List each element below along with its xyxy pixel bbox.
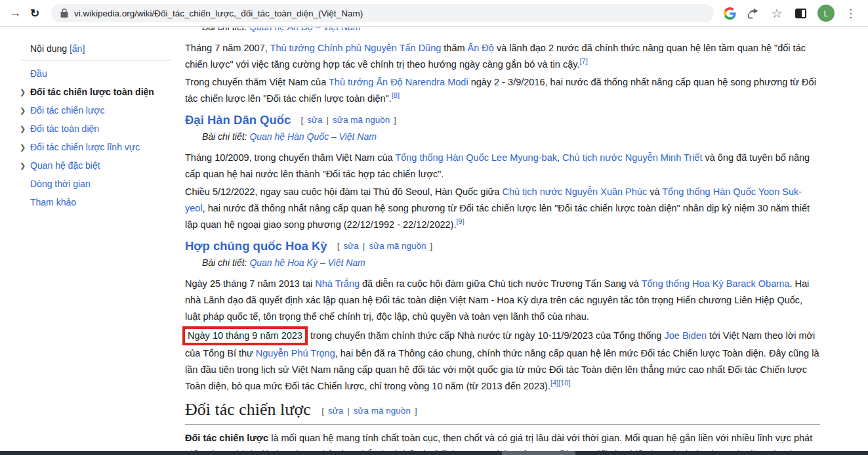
edit-section: [sửa|sửa mã nguồn] <box>321 401 417 421</box>
bold-text: Đối tác chiến lược <box>185 433 268 443</box>
menu-kebab-icon[interactable]: ⋮ <box>845 7 856 20</box>
toc-hide-link[interactable]: [ẩn] <box>70 43 85 54</box>
inline-link[interactable]: Tổng thống Hoa Kỳ Barack Obama <box>642 278 790 289</box>
inline-link[interactable]: Ấn Độ <box>468 43 494 53</box>
pipe: | <box>347 401 350 421</box>
italic-text: Bài chi tiết: <box>202 131 249 142</box>
sidebar-item-label: Đối tác toàn diện <box>30 123 99 134</box>
text-run: , <box>557 152 562 163</box>
inline-link[interactable]: Thủ tướng Chính phủ Nguyễn Tấn Dũng <box>270 43 442 53</box>
text-run: thăm <box>441 43 467 53</box>
sidebar-item[interactable]: ❯Quan hệ đặc biệt <box>20 156 185 175</box>
bracket: [ <box>321 401 324 421</box>
toc-title: Nội dung <box>30 43 67 54</box>
side-panel-icon[interactable] <box>794 7 807 20</box>
reference-link[interactable]: [7] <box>579 57 587 65</box>
inline-link[interactable]: Joe Biden <box>664 330 707 341</box>
text-run: trong chuyến thăm chính thức cấp Nhà nướ… <box>308 330 665 341</box>
reload-icon[interactable]: ↻ <box>25 7 45 20</box>
sidebar-item[interactable]: Tham khảo <box>20 193 185 211</box>
pipe: | <box>363 238 365 254</box>
chevron-right-icon[interactable]: ❯ <box>20 162 30 170</box>
inline-link[interactable]: Thủ tướng Ấn Độ Narendra Modi <box>329 77 468 87</box>
page-content: Nội dung [ẩn] Đầu❯Đối tác chiến lược toà… <box>0 28 868 455</box>
section-heading-korea: Đại Hàn Dân Quốc [sửa|sửa mã nguồn] <box>185 112 820 128</box>
sidebar-item[interactable]: ❯Đối tác toàn diện <box>20 119 185 138</box>
reference-link[interactable]: [8] <box>392 91 400 99</box>
bracket: ] <box>430 238 432 254</box>
text-run: Chiều 5/12/2022, ngay sau cuộc hội đàm t… <box>185 186 502 197</box>
section-heading-link[interactable]: Đại Hàn Dân Quốc <box>185 113 291 127</box>
forward-icon[interactable]: → <box>5 6 25 20</box>
sidebar-item-label: Dòng thời gian <box>30 179 91 189</box>
reference-link[interactable]: [10] <box>558 379 570 387</box>
inline-link-italic[interactable]: Quan hệ Hoa Kỳ – Việt Nam <box>249 257 365 268</box>
toolbar-actions: ☆ L ⋮ <box>723 5 854 22</box>
hatnote: Bài chi tiết: Quan hệ Hàn Quốc – Việt Na… <box>202 131 820 142</box>
profile-avatar[interactable]: L <box>817 5 835 22</box>
sidebar-item[interactable]: ❯Đối tác chiến lược toàn diện <box>20 83 185 101</box>
pipe: | <box>327 112 329 128</box>
edit-source-link[interactable]: sửa mã nguồn <box>333 112 390 128</box>
article-body: Bài chi tiết: Quan hệ Ấn Độ – Việt Nam T… <box>185 28 820 455</box>
reference-link[interactable]: [4] <box>550 379 558 387</box>
edit-link[interactable]: sửa <box>328 401 343 421</box>
paragraph: Trong chuyến thăm Việt Nam của Thủ tướng… <box>185 74 820 107</box>
section-heading-text: Đối tác chiến lược <box>185 400 311 419</box>
bracket: ] <box>394 112 396 128</box>
chevron-right-icon[interactable]: ❯ <box>20 106 30 115</box>
sidebar-item-label: Đối tác chiến lược lĩnh vực <box>30 142 140 152</box>
text-run: , hai nước đã thống nhất nâng cấp quan h… <box>185 203 810 230</box>
taskbar-segment <box>502 451 575 455</box>
google-logo-icon[interactable] <box>723 7 736 20</box>
text-run: Tháng 10/2009, trong chuyến thăm Việt Na… <box>185 152 395 163</box>
sidebar-item-label: Tham khảo <box>30 197 76 207</box>
sidebar-item-label: Đầu <box>30 68 47 79</box>
edit-section: [sửa|sửa mã nguồn] <box>337 238 432 254</box>
section-heading-us: Hợp chúng quốc Hoa Kỳ [sửa|sửa mã nguồn] <box>185 238 820 254</box>
sidebar-item-label: Quan hệ đặc biệt <box>30 160 100 171</box>
toc-header: Nội dung [ẩn] <box>20 43 185 54</box>
paragraph: Tháng 7 năm 2007, Thủ tướng Chính phủ Ng… <box>185 40 820 73</box>
edit-link[interactable]: sửa <box>344 238 359 254</box>
text-run: đã diễn ra cuộc hội đàm giữa Chủ tịch nư… <box>360 278 642 289</box>
url-bar[interactable]: vi.wikipedia.org/wiki/Đối_tác_chiến_lược… <box>51 4 714 22</box>
sidebar-item-label: Đối tác chiến lược toàn diện <box>30 87 154 97</box>
paragraph: Tháng 10/2009, trong chuyến thăm Việt Na… <box>185 150 820 183</box>
text-run: Trong chuyến thăm Việt Nam của <box>185 77 329 87</box>
sidebar-item[interactable]: Đầu <box>20 64 185 83</box>
reference-link[interactable]: [9] <box>456 217 464 225</box>
toc-divider <box>20 60 172 60</box>
bookmark-star-icon[interactable]: ☆ <box>770 7 783 20</box>
paragraph: Ngày 25 tháng 7 năm 2013 tại Nhà Trắng đ… <box>185 276 820 325</box>
back-icon[interactable]: ← <box>0 6 5 20</box>
inline-link[interactable]: Tổng thống Hàn Quốc Lee Myung-bak <box>395 152 557 163</box>
inline-link[interactable]: Nguyễn Phú Trọng <box>256 348 335 358</box>
sidebar-item[interactable]: Dòng thời gian <box>20 175 185 193</box>
chevron-right-icon[interactable]: ❯ <box>20 125 30 133</box>
inline-link-italic[interactable]: Quan hệ Ấn Độ – Việt Nam <box>249 28 360 32</box>
inline-link-italic[interactable]: Quan hệ Hàn Quốc – Việt Nam <box>249 131 377 142</box>
edit-source-link[interactable]: sửa mã nguồn <box>354 401 411 421</box>
browser-toolbar: ← → ↻ vi.wikipedia.org/wiki/Đối_tác_chiế… <box>0 0 868 27</box>
inline-link[interactable]: Chủ tịch nước Nguyễn Xuân Phúc <box>502 186 647 197</box>
hatnote: Bài chi tiết: Quan hệ Hoa Kỳ – Việt Nam <box>202 257 820 269</box>
bracket: [ <box>301 112 304 128</box>
sidebar-item[interactable]: ❯Đối tác chiến lược <box>20 101 185 119</box>
toc-items: Đầu❯Đối tác chiến lược toàn diện❯Đối tác… <box>20 64 185 211</box>
hatnote: Bài chi tiết: Quan hệ Ấn Độ – Việt Nam <box>202 28 820 33</box>
table-of-contents: Nội dung [ẩn] Đầu❯Đối tác chiến lược toà… <box>0 28 185 455</box>
edit-source-link[interactable]: sửa mã nguồn <box>369 238 426 254</box>
edit-link[interactable]: sửa <box>307 112 322 128</box>
inline-link[interactable]: Chủ tịch nước Nguyễn Minh Triết <box>562 152 702 163</box>
inline-link[interactable]: Nhà Trắng <box>315 278 360 289</box>
share-icon[interactable] <box>747 7 760 20</box>
sidebar-item-label: Đối tác chiến lược <box>30 105 104 116</box>
chevron-right-icon[interactable]: ❯ <box>20 143 30 152</box>
section-heading-link[interactable]: Hợp chúng quốc Hoa Kỳ <box>185 239 327 253</box>
url-text[interactable]: vi.wikipedia.org/wiki/Đối_tác_chiến_lược… <box>74 9 363 18</box>
section-heading-strategic: Đối tác chiến lược [sửa|sửa mã nguồn] <box>185 400 820 425</box>
chevron-right-icon[interactable]: ❯ <box>20 88 30 97</box>
sidebar-item[interactable]: ❯Đối tác chiến lược lĩnh vực <box>20 138 185 156</box>
text-run: Tháng 7 năm 2007, <box>185 43 270 53</box>
